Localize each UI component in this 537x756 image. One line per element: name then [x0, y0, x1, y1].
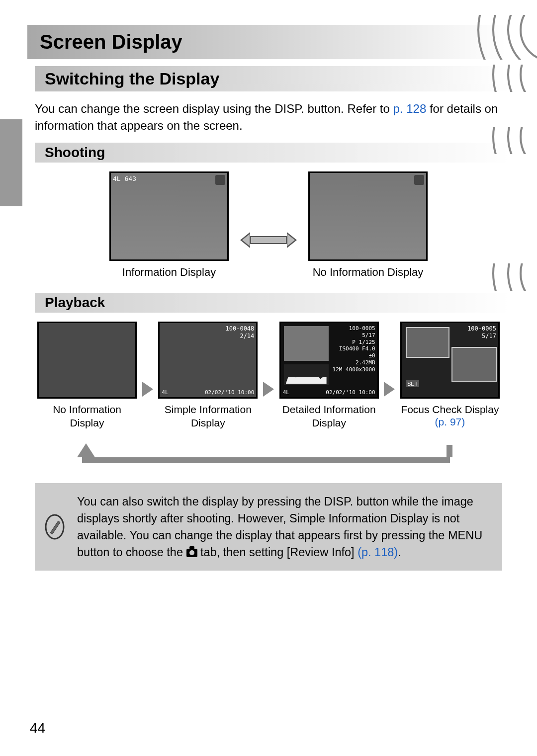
page-ref-link[interactable]: (p. 97): [398, 416, 502, 428]
overlay-res: 12M 4000x3000: [333, 366, 375, 373]
note-box: You can also switch the display by press…: [35, 483, 502, 571]
playback-caption: Focus Check Display: [398, 403, 502, 416]
overlay-file: 100-0005: [333, 325, 375, 332]
double-arrow-icon: [241, 232, 296, 248]
intro-text: You can change the screen display using …: [35, 100, 507, 134]
disp-glyph: DISP.: [324, 495, 353, 508]
right-arrow-icon: [263, 382, 274, 397]
page-ref-link[interactable]: p. 128: [393, 102, 427, 115]
intro-part1: You can change the screen display using …: [35, 102, 274, 115]
playback-caption: Simple Information Display: [156, 403, 260, 430]
overlay-file: 100-0005: [467, 325, 496, 333]
note-part5: .: [398, 546, 401, 559]
portrait-icon: [215, 175, 225, 185]
shooting-noinfo-thumbnail: [308, 171, 428, 261]
shooting-info-thumbnail: 4L 643: [109, 171, 229, 261]
overlay-text: 4L 643: [113, 175, 136, 185]
overlay-set: SET: [406, 380, 419, 387]
playback-caption: No Information Display: [35, 403, 139, 430]
right-arrow-icon: [384, 382, 395, 397]
playback-caption: Detailed Information Display: [277, 403, 381, 430]
shooting-caption-right: No Information Display: [303, 266, 433, 279]
overlay-ev: ±0: [333, 352, 375, 359]
disp-glyph: DISP.: [274, 102, 304, 115]
camera-tab-icon: [186, 549, 197, 557]
playback-detailed-thumbnail: 100-0005 5/17 P 1/125 ISO400 F4.0 ±0 2.4…: [279, 322, 379, 399]
side-tab: [0, 119, 22, 206]
section-title: Switching the Display: [35, 66, 507, 91]
overlay-count: 5/17: [467, 333, 496, 340]
page-title: Screen Display: [27, 25, 507, 59]
page-ref-link[interactable]: (p. 118): [358, 546, 398, 559]
playback-simple-thumbnail: 100-0048 2/14 4L 02/02/'10 10:00: [158, 322, 258, 399]
overlay-date: 02/02/'10 10:00: [326, 389, 375, 396]
return-arrow: [35, 436, 502, 463]
page-number: 44: [30, 720, 45, 736]
playback-noinfo-thumbnail: [37, 322, 137, 399]
playback-heading: Playback: [35, 293, 507, 313]
intro-part2: button. Refer to: [304, 102, 393, 115]
playback-focus-thumbnail: 100-0005 5/17 SET: [400, 322, 500, 399]
histogram-icon: [284, 364, 329, 385]
right-arrow-icon: [142, 382, 153, 397]
note-part1: You can also switch the display by press…: [77, 495, 324, 508]
shooting-caption-left: Information Display: [104, 266, 234, 279]
overlay-bl: 4L: [283, 389, 289, 396]
shooting-heading: Shooting: [35, 143, 507, 163]
overlay-iso: ISO400 F4.0: [333, 345, 375, 352]
overlay-count: 5/17: [333, 332, 375, 339]
menu-glyph: MENU: [448, 529, 482, 542]
overlay-count: 2/14: [226, 333, 255, 340]
overlay-size: 2.42MB: [333, 359, 375, 366]
portrait-icon: [414, 175, 424, 185]
pencil-note-icon: [41, 514, 68, 540]
overlay-bl: 4L: [162, 389, 168, 396]
overlay-file: 100-0048: [226, 325, 255, 333]
overlay-mode: P 1/125: [333, 339, 375, 346]
note-part3: button to choose the: [77, 546, 186, 559]
note-part4: tab, then setting [Review Info]: [197, 546, 358, 559]
overlay-date: 02/02/'10 10:00: [205, 389, 254, 396]
